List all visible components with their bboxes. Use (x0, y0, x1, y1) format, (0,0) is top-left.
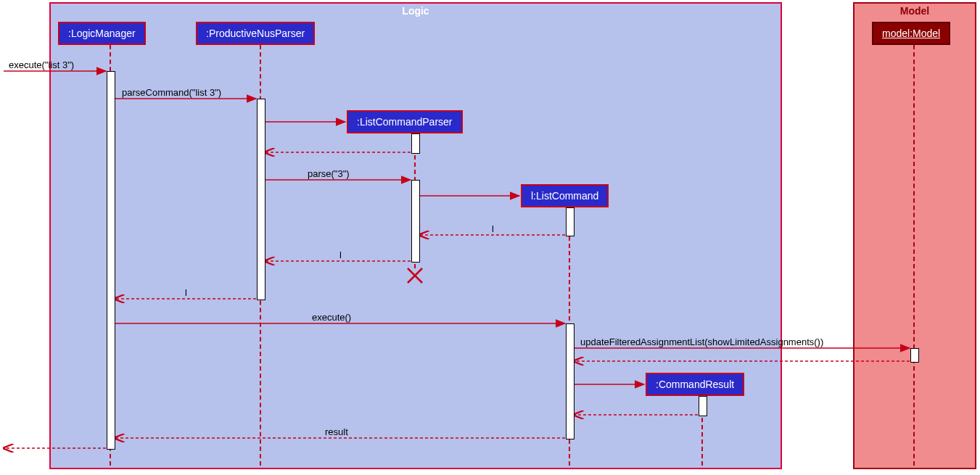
activation-model-model (910, 348, 919, 363)
participant-logic-manager: :LogicManager (58, 22, 146, 45)
activation-list-command-parser-1 (411, 133, 420, 154)
participant-model-model: model:Model (872, 22, 950, 45)
container-model-title: Model (855, 4, 975, 18)
msg-parse-3: parse("3") (308, 168, 350, 179)
participant-command-result: :CommandResult (646, 373, 744, 396)
activation-logic-manager (107, 71, 115, 450)
msg-return-l-2: l (339, 249, 342, 260)
msg-execute-list3: execute("list 3") (9, 59, 74, 70)
container-logic-title: Logic (51, 4, 781, 18)
activation-list-command-2 (566, 323, 575, 439)
activation-list-command-parser-2 (411, 180, 420, 263)
participant-list-command-parser: :ListCommandParser (347, 110, 463, 133)
lifeline-model-model (913, 45, 915, 466)
activation-list-command-1 (566, 207, 575, 236)
container-model: Model (853, 2, 976, 469)
msg-parse-command: parseCommand("list 3") (122, 87, 221, 98)
activation-command-result (699, 396, 707, 416)
participant-productive-nus-parser: :ProductiveNusParser (196, 22, 315, 45)
msg-return-l-3: l (185, 287, 187, 298)
activation-productive-nus-parser (257, 99, 265, 300)
msg-result: result (325, 426, 348, 437)
msg-return-l-1: l (492, 223, 494, 234)
participant-list-command: l:ListCommand (521, 184, 609, 207)
msg-update-filtered: updateFilteredAssignmentList(showLimited… (580, 336, 823, 347)
msg-execute: execute() (312, 312, 351, 323)
